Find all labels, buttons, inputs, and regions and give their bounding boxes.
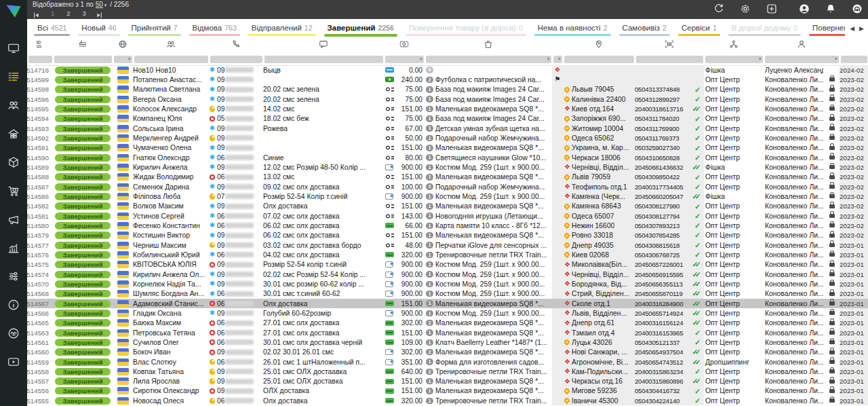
filter-phone[interactable] [210, 56, 262, 63]
table-row[interactable]: 514586ЗавершенийФіліпова Люба07Розмір 52… [27, 191, 868, 201]
sidebar-item-dashboard[interactable] [0, 35, 27, 64]
last-page-button[interactable] [96, 10, 104, 17]
table-row[interactable]: 514594ЗавершенийКомпанец Юля0518.02 смс … [27, 114, 868, 124]
col-flag-header[interactable] [113, 39, 133, 52]
tab-Всі[interactable]: Всі4521 [30, 19, 74, 38]
sidebar-item-video[interactable] [0, 349, 27, 377]
table-row[interactable]: 514591ЗавершенийЧумаченко Олена✱09151.00… [27, 143, 868, 153]
page-button-2[interactable]: 2 [66, 10, 70, 17]
tabs-scroll-right-icon[interactable]: ▶ [859, 25, 864, 32]
tab-Самовивіз[interactable]: Самовивіз2 [615, 19, 674, 38]
table-row[interactable]: 514568ЗавершенийШумляс Богдана Ан...✱063… [27, 289, 868, 299]
sidebar-item-orders[interactable] [0, 64, 27, 92]
col-manager-header[interactable] [764, 39, 840, 52]
table-row[interactable]: 514589ЗавершенийКирилич Анжела✱0912.02 с… [27, 162, 868, 172]
sidebar-item-marketing[interactable] [0, 206, 27, 235]
filter-source[interactable]: ▾ [705, 56, 763, 63]
col-client-header[interactable] [133, 39, 209, 52]
tab-Прийнятий[interactable]: Прийнятий7 [124, 19, 185, 38]
col-phone-header[interactable] [209, 39, 263, 52]
table-row[interactable]: 514598ЗавершенийМалютина Светлана✱0920.0… [27, 85, 868, 94]
col-product-header[interactable] [425, 39, 552, 52]
table-row[interactable]: 514561ЗавершенийСучилов Олег0630.01 смс … [27, 337, 868, 347]
app-logo-icon[interactable] [5, 2, 22, 20]
filter-status[interactable] [54, 56, 112, 63]
filter-date[interactable] [841, 56, 867, 63]
tab-Повернення (завершений)[interactable]: Повернення (завершений)125 [805, 19, 845, 38]
sidebar-item-company[interactable] [0, 121, 27, 149]
first-page-button[interactable] [33, 10, 41, 17]
table-row[interactable]: 514588ЗавершенийЖидак Володимир0613.02 с… [27, 172, 868, 182]
table-row[interactable]: 514560ЗавершенийБокоч Иван0902.02 30.01 … [27, 348, 868, 357]
table-row[interactable]: 514580ЗавершенийФесенко Константин✱0606.… [27, 221, 868, 230]
col-comment-header[interactable] [263, 39, 384, 52]
tab-В дорозі додому[interactable]: В дорозі додому0 [724, 19, 805, 38]
col-status-header[interactable] [53, 39, 113, 52]
table-row[interactable]: 514581ЗавершенийУстинов Сергей✱0607.02 с… [27, 211, 868, 221]
table-row[interactable]: 514559ЗавершенийВлас Слотюу0626.01 смс 1… [27, 357, 868, 367]
filter-manager[interactable]: ▾ [765, 56, 839, 63]
support-icon[interactable] [852, 3, 863, 14]
table-row[interactable]: 514596ЗавершенийВегера Оксана✱0920.02 см… [27, 94, 868, 104]
table-row[interactable]: 514599ЗавершенийПотапенко Анастас...✱092… [27, 75, 868, 84]
tabs-scroll-left-icon[interactable]: ◀ [850, 25, 854, 32]
col-id-header[interactable]: ID [27, 39, 53, 52]
filter-comment[interactable] [264, 56, 383, 63]
table-row[interactable]: 514558ЗавершенийКовпак Татьяна0925.01 см… [27, 367, 868, 376]
filter-payment[interactable]: ▾ [385, 56, 424, 63]
tab-Відмова[interactable]: Відмова763 [185, 19, 244, 38]
filter-id[interactable] [28, 56, 52, 63]
page-button-3[interactable]: 3 [83, 10, 86, 17]
table-row[interactable]: 514593ЗавершенийСольська Ірина✱09Рожева6… [27, 124, 868, 133]
table-row[interactable]: 514555ЗавершенийНовосад Олеся06Олх доста… [27, 396, 868, 405]
sidebar-item-procurement[interactable] [0, 178, 27, 206]
filter-client[interactable] [134, 56, 208, 63]
tab-Завершений[interactable]: Завершений2256 [320, 19, 401, 38]
notifications-icon[interactable] [825, 3, 836, 14]
sidebar-item-statistics[interactable] [0, 235, 27, 263]
page-size-dropdown[interactable]: 50▾ [96, 1, 108, 8]
table-row[interactable]: 514587ЗавершенийСеменюк Дарина✱0909.02 с… [27, 182, 868, 191]
add-icon[interactable] [766, 3, 777, 14]
col-tracking-header[interactable] [635, 39, 704, 52]
table-row[interactable]: 514563ЗавершенийПетровська Тетяна0627.01… [27, 328, 868, 337]
filter-marker[interactable]: ▾ [553, 56, 562, 63]
tab-Відправлений[interactable]: Відправлений12 [244, 19, 320, 38]
table-row[interactable]: 514570ЗавершенийКорнелюк Надія Та...✱093… [27, 279, 868, 289]
table-row[interactable]: 514565ЗавершенийБаюка Максим0627.01 смс … [27, 318, 868, 328]
tab-Новый[interactable]: Новый46 [74, 19, 123, 38]
table-row[interactable]: 514590ЗавершенийГнатюк Олексндр✱06Синие8… [27, 153, 868, 162]
table-row[interactable]: 514716ЗавершенийНов10 Нов10✱09Выцв0.000❖… [27, 65, 868, 75]
tab-Нема в наявності[interactable]: Нема в наявності2 [530, 19, 615, 38]
sidebar-item-info[interactable] [0, 292, 27, 320]
col-location-header[interactable] [563, 39, 635, 52]
table-row[interactable]: 514579ЗавершенийКостишин Виктор✱0906.02 … [27, 231, 868, 240]
filter-product[interactable]: ▾ [426, 56, 551, 63]
table-row[interactable]: 514557ЗавершенийЛила Ярослав0925.01 смс … [27, 377, 868, 386]
table-row[interactable]: 514575ЗавершенийКВІТОВСЬКА ЮЛІЯ09Розмір … [27, 260, 868, 270]
table-row[interactable]: 514566ЗавершенийГладик Оксана✱09Голубий … [27, 308, 868, 318]
filter-flag[interactable]: ▾ [114, 56, 132, 63]
sidebar-item-settings[interactable] [0, 263, 27, 292]
col-source-header[interactable] [704, 39, 764, 52]
account-icon[interactable] [799, 3, 810, 14]
sidebar-item-clients[interactable] [0, 92, 27, 121]
table-row[interactable]: 514595ЗавершенийКолосок Александр0914.02… [27, 104, 868, 113]
table-row[interactable]: 514567ЗавершенийАдамовский Станис...06Ол… [27, 299, 868, 308]
tab-Повернення товару (в дорозі)[interactable]: Повернення товару (в дорозі)0 [401, 19, 530, 38]
table-row[interactable]: 514574ЗавершенийКирилич Анжела Ол...✱090… [27, 270, 868, 279]
tab-Сервіси[interactable]: Сервіси1 [674, 19, 724, 38]
filter-location[interactable] [564, 56, 634, 63]
table-row[interactable]: 514556ЗавершенийСиротюк Олександр09ОЛХ д… [27, 386, 868, 396]
refresh-icon[interactable] [713, 3, 724, 14]
col-payment-header[interactable] [384, 39, 425, 52]
sidebar-item-products[interactable] [0, 149, 27, 178]
table-row[interactable]: 514582ЗавершенийВолков Максим✱09Олх дост… [27, 202, 868, 211]
page-button-1[interactable]: 1 [51, 10, 54, 17]
table-row[interactable]: 514592ЗавершенийМерклингер Андрей0950.00… [27, 133, 868, 143]
table-row[interactable]: 514577ЗавершенийЧерниш Максим0903.02 смс… [27, 240, 868, 250]
filter-tracking[interactable] [636, 56, 703, 63]
table-row[interactable]: 514576ЗавершенийКобилинський Юрий✱0604.0… [27, 250, 868, 259]
settings-icon[interactable] [740, 3, 751, 14]
sidebar-item-partners[interactable] [0, 320, 27, 349]
